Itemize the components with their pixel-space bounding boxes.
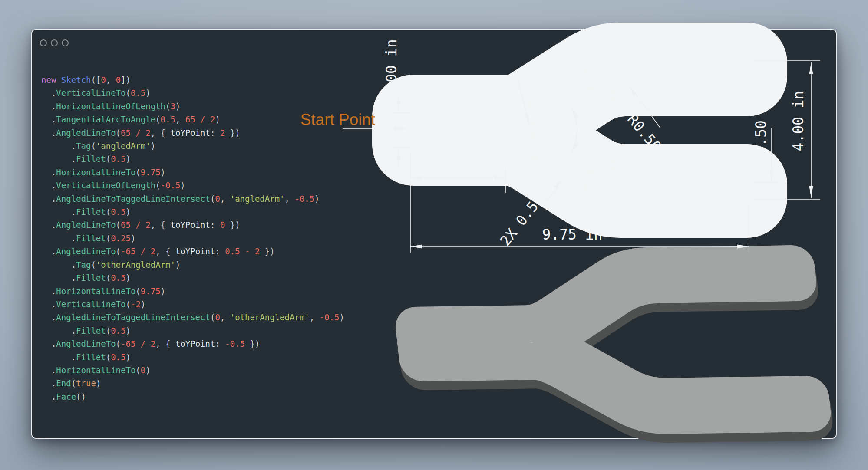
minimize-button-icon[interactable]: [51, 39, 58, 46]
code-editor[interactable]: new Sketch([0, 0]) .VerticalLineTo(0.5) …: [41, 73, 344, 403]
maximize-button-icon[interactable]: [62, 39, 69, 46]
desktop-background: new Sketch([0, 0]) .VerticalLineTo(0.5) …: [0, 0, 868, 470]
close-button-icon[interactable]: [40, 39, 47, 46]
traffic-lights: [40, 39, 69, 46]
app-window: new Sketch([0, 0]) .VerticalLineTo(0.5) …: [31, 29, 837, 439]
